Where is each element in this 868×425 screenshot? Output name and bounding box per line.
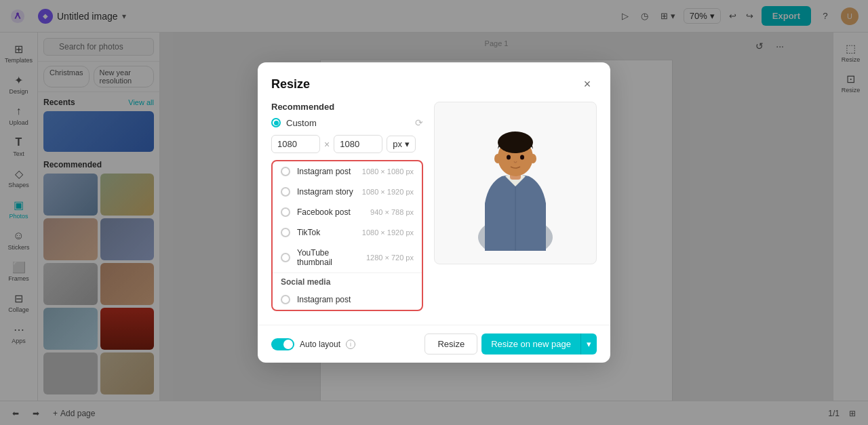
preset-name-facebook-post: Facebook post [297,207,363,217]
auto-layout-switch[interactable] [271,338,294,350]
preset-radio-tiktok[interactable] [281,228,290,237]
preset-name-instagram-post: Instagram post [297,167,355,176]
preset-radio-youtube[interactable] [281,253,290,262]
preset-size-instagram-story: 1080 × 1920 px [362,188,414,196]
preset-radio-social-instagram[interactable] [281,295,290,304]
preset-list: Instagram post 1080 × 1080 px Instagram … [271,160,423,311]
modal-left: Recommended Custom ⟳ × px ▾ [271,102,423,311]
preset-item-youtube[interactable]: YouTube thumbnail 1280 × 720 px [273,243,422,272]
preset-radio-facebook-post[interactable] [281,207,290,217]
svg-point-9 [530,154,536,163]
custom-option-row: Custom ⟳ [271,117,423,128]
custom-radio[interactable] [271,118,281,127]
modal-title: Resize [271,77,310,92]
unit-chevron: ▾ [405,139,410,149]
preset-item-facebook-post[interactable]: Facebook post 940 × 788 px [273,202,422,222]
dropdown-chevron: ▾ [587,339,591,349]
preset-radio-instagram-post[interactable] [281,167,290,176]
preset-size-facebook-post: 940 × 788 px [370,208,414,216]
modal-header: Resize × [258,62,610,102]
sync-icon[interactable]: ⟳ [415,117,423,128]
preset-name-tiktok: TikTok [297,228,355,237]
preset-name-social-instagram: Instagram post [297,295,414,304]
modal-body: Recommended Custom ⟳ × px ▾ [258,102,610,325]
preset-item-social-instagram[interactable]: Instagram post [273,289,422,310]
unit-label: px [393,139,402,149]
resize-new-page-button[interactable]: Resize on new page [481,333,580,355]
custom-label: Custom [286,118,317,128]
preview-person-svg [468,115,563,251]
toggle-knob [283,340,293,349]
preset-item-instagram-story[interactable]: Instagram story 1080 × 1920 px [273,182,422,202]
dimension-separator: × [324,139,330,150]
preset-name-instagram-story: Instagram story [297,187,355,197]
social-media-section-label: Social media [273,272,422,289]
modal-actions: Resize Resize on new page ▾ [425,333,597,355]
preview-box [434,102,597,264]
preset-item-tiktok[interactable]: TikTok 1080 × 1920 px [273,222,422,243]
width-input[interactable] [271,135,320,153]
auto-layout-toggle: Auto layout i [271,338,355,350]
preset-size-tiktok: 1080 × 1920 px [362,228,414,237]
resize-split-button: Resize on new page ▾ [481,333,597,355]
preset-item-instagram-post[interactable]: Instagram post 1080 × 1080 px [273,161,422,182]
auto-layout-label: Auto layout [300,340,340,349]
preset-radio-instagram-story[interactable] [281,187,290,197]
modal-footer: Auto layout i Resize Resize on new page … [258,325,610,363]
modal-close-button[interactable]: × [578,75,597,94]
dimensions-row: × px ▾ [271,135,423,153]
recommended-section-label: Recommended [271,102,423,112]
resize-modal: Resize × Recommended Custom ⟳ × px ▾ [258,62,610,363]
svg-point-7 [520,155,524,160]
preset-size-instagram-post: 1080 × 1080 px [362,167,414,176]
preset-size-youtube: 1280 × 720 px [366,254,414,262]
info-icon[interactable]: i [346,340,355,349]
preset-name-youtube: YouTube thumbnail [297,248,359,267]
unit-selector[interactable]: px ▾ [387,136,416,153]
resize-button[interactable]: Resize [425,333,477,355]
svg-point-6 [507,155,511,160]
modal-overlay: Resize × Recommended Custom ⟳ × px ▾ [0,0,868,425]
svg-point-8 [494,154,501,163]
modal-right [434,102,597,311]
height-input[interactable] [334,135,382,153]
resize-dropdown-button[interactable]: ▾ [580,333,597,355]
